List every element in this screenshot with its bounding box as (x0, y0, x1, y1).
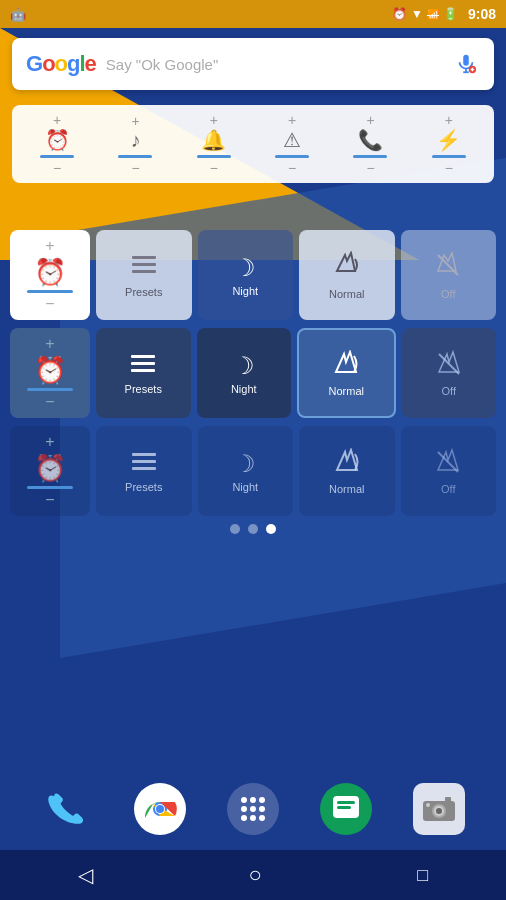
alarm-minus-r1[interactable]: − (45, 295, 54, 313)
alarm-status-icon: ⏰ (392, 7, 407, 21)
svg-rect-7 (132, 263, 156, 266)
battery-icon: 🔋 (443, 7, 458, 21)
search-bar[interactable]: Google Say "Ok Google" (12, 38, 494, 90)
app-drawer-icon[interactable] (227, 783, 279, 835)
normal-label-r3: Normal (329, 483, 364, 495)
alarm-minus-r3[interactable]: − (45, 491, 54, 509)
svg-rect-13 (131, 362, 155, 365)
alarm-widget-row3[interactable]: + ⏰ − (10, 426, 90, 516)
system-icons: ⏰ ▼ 📶 🔋 9:08 (392, 6, 496, 22)
wifi-icon: ▼ (411, 7, 423, 21)
night-label-r2: Night (231, 383, 257, 395)
normal-tile-r2[interactable]: Normal (297, 328, 396, 418)
normal-icon-r2 (332, 350, 360, 382)
off-tile-r1[interactable]: Off (401, 230, 497, 320)
vol-minus-ringer[interactable]: − (366, 161, 374, 175)
camera-app-icon[interactable] (413, 783, 465, 835)
vol-plus-ringer[interactable]: + (366, 113, 374, 127)
svg-point-35 (250, 815, 256, 821)
off-tile-r2[interactable]: Off (402, 328, 497, 418)
phone-app-icon[interactable] (41, 783, 93, 835)
mic-icon[interactable] (452, 50, 480, 78)
presets-icon-r3 (130, 450, 158, 478)
chrome-app-icon[interactable] (134, 783, 186, 835)
vol-channel-notification[interactable]: + ⚠ − (275, 113, 309, 175)
notif-vol-icon: ⚠ (283, 128, 301, 152)
vol-plus-bell[interactable]: + (210, 113, 218, 127)
ringer-vol-icon: 📞 (358, 128, 383, 152)
normal-tile-r1[interactable]: Normal (299, 230, 395, 320)
app-dock (0, 773, 506, 845)
home-button[interactable]: ○ (248, 862, 261, 888)
vol-channel-bell[interactable]: + 🔔 − (197, 113, 231, 175)
vol-plus-music[interactable]: + (131, 114, 139, 128)
alarm-slider-r2[interactable] (27, 388, 73, 391)
normal-tile-r3[interactable]: Normal (299, 426, 395, 516)
night-tile-r1[interactable]: ☽ Night (198, 230, 294, 320)
off-tile-r3[interactable]: Off (401, 426, 497, 516)
vol-slider-music[interactable] (118, 155, 152, 158)
alarm-icon-r2: ⏰ (34, 355, 66, 386)
presets-tile-r3[interactable]: Presets (96, 426, 192, 516)
vol-slider-ringer[interactable] (353, 155, 387, 158)
vol-slider-alarm[interactable] (40, 155, 74, 158)
presets-label-r2: Presets (125, 383, 162, 395)
vol-minus-music[interactable]: − (131, 161, 139, 175)
vol-slider-bell[interactable] (197, 155, 231, 158)
vol-minus[interactable]: − (53, 161, 61, 175)
svg-rect-14 (131, 369, 155, 372)
search-placeholder[interactable]: Say "Ok Google" (106, 56, 452, 73)
vol-plus-notif[interactable]: + (288, 113, 296, 127)
back-button[interactable]: ◁ (78, 863, 93, 887)
alarm-widget-row1[interactable]: + ⏰ − (10, 230, 90, 320)
vol-slider-bt[interactable] (432, 155, 466, 158)
vol-plus-bt[interactable]: + (445, 113, 453, 127)
presets-label-r1: Presets (125, 286, 162, 298)
alarm-minus-r2[interactable]: − (45, 393, 54, 411)
svg-point-29 (250, 797, 256, 803)
vol-minus-notif[interactable]: − (288, 161, 296, 175)
normal-label-r1: Normal (329, 288, 364, 300)
android-icon: 🤖 (10, 7, 26, 22)
presets-tile-r1[interactable]: Presets (96, 230, 192, 320)
vol-channel-alarm[interactable]: + ⏰ − (40, 113, 74, 175)
vol-plus[interactable]: + (53, 113, 61, 127)
alarm-plus-r3[interactable]: + (45, 433, 54, 451)
svg-point-33 (259, 806, 265, 812)
alarm-plus-r2[interactable]: + (45, 335, 54, 353)
vol-slider-notif[interactable] (275, 155, 309, 158)
alarm-widget-row2[interactable]: + ⏰ − (10, 328, 90, 418)
vol-channel-ringer[interactable]: + 📞 − (353, 113, 387, 175)
svg-rect-20 (132, 467, 156, 470)
alarm-icon-r3: ⏰ (34, 453, 66, 484)
vol-minus-bt[interactable]: − (445, 161, 453, 175)
vol-channel-music[interactable]: + ♪ − (118, 114, 152, 175)
svg-marker-21 (337, 450, 357, 470)
svg-point-31 (241, 806, 247, 812)
svg-rect-38 (337, 801, 355, 804)
svg-point-36 (259, 815, 265, 821)
vol-minus-bell[interactable]: − (210, 161, 218, 175)
alarm-slider-r3[interactable] (27, 486, 73, 489)
alarm-plus-r1[interactable]: + (45, 237, 54, 255)
svg-rect-18 (132, 453, 156, 456)
off-label-r1: Off (441, 288, 455, 300)
svg-rect-8 (132, 270, 156, 273)
vol-channel-bt[interactable]: + ⚡ − (432, 113, 466, 175)
music-vol-icon: ♪ (130, 129, 140, 152)
hangouts-app-icon[interactable] (320, 783, 372, 835)
night-tile-r2[interactable]: ☽ Night (197, 328, 292, 418)
presets-tile-r2[interactable]: Presets (96, 328, 191, 418)
night-tile-r3[interactable]: ☽ Night (198, 426, 294, 516)
status-bar: 🤖 ⏰ ▼ 📶 🔋 9:08 (0, 0, 506, 28)
widget-area: + ⏰ − Presets ☽ Night Normal (10, 230, 496, 540)
night-label-r3: Night (232, 481, 258, 493)
svg-point-32 (250, 806, 256, 812)
dot-3 (266, 524, 276, 534)
recents-button[interactable]: □ (417, 865, 428, 886)
dot-2 (248, 524, 258, 534)
off-icon-r2 (435, 350, 463, 382)
widget-row-3: + ⏰ − Presets ☽ Night Normal (10, 426, 496, 516)
alarm-slider-r1[interactable] (27, 290, 73, 293)
dot-1 (230, 524, 240, 534)
